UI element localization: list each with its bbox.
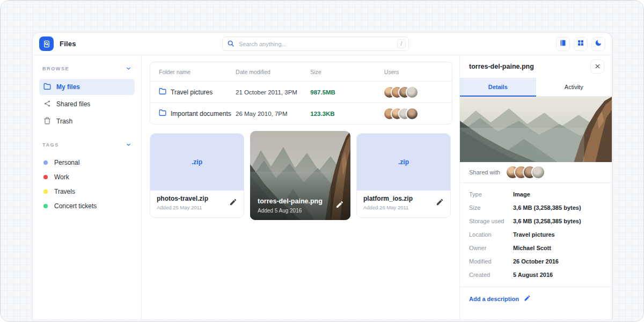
file-added-date: Added 25 May 2011 [157, 204, 237, 210]
folders-table: Folder name Date modified Size Users Tra… [150, 62, 452, 125]
folder-name: Travel pictures [171, 89, 213, 96]
app-header: Files / [33, 33, 612, 55]
pencil-icon [335, 202, 344, 210]
tag-label: Concert tickets [54, 202, 97, 210]
sidebar-item-label: Trash [56, 118, 72, 125]
date-modified: 21 October 2011, 3PM [236, 89, 310, 96]
tag-color-dot [43, 204, 48, 208]
date-modified: 26 May 2010, 7PM [236, 111, 310, 117]
detail-row-modified: Modified 26 October 2016 [469, 254, 603, 268]
browse-section-label: BROWSE [42, 66, 69, 71]
tag-color-dot [43, 189, 48, 194]
chevron-down-icon[interactable] [126, 140, 131, 150]
tag-label: Work [54, 173, 69, 181]
edit-button[interactable] [436, 198, 444, 208]
chevron-down-icon[interactable] [126, 64, 131, 74]
tab-activity[interactable]: Activity [536, 78, 612, 97]
details-panel: torres-del-paine.png Details Activity [459, 55, 612, 319]
main-content: Folder name Date modified Size Users Tra… [142, 55, 459, 319]
sidebar-item-my-files[interactable]: My files [39, 79, 135, 95]
journal-button[interactable] [556, 37, 570, 51]
folder-icon [43, 83, 51, 92]
desktop-background: Files / [0, 0, 644, 322]
tag-concert-tickets[interactable]: Concert tickets [39, 199, 135, 213]
close-icon [595, 63, 601, 71]
column-header-size: Size [310, 69, 384, 75]
panel-tabs: Details Activity [460, 78, 612, 97]
file-preview-image [460, 97, 612, 162]
detail-row-owner: Owner Michael Scott [469, 241, 603, 254]
shared-with-avatars [507, 166, 544, 178]
file-added-date: Added 26 May 2011 [363, 204, 444, 210]
tags-section-header[interactable]: TAGS [39, 139, 135, 151]
detail-row-storage-used: Storage used 3,6 MB (3,258,385 bytes) [469, 214, 603, 228]
zip-badge: .zip [398, 158, 409, 166]
app-logo-icon [39, 36, 54, 51]
sidebar-item-shared-files[interactable]: Shared files [39, 96, 135, 112]
zip-preview: .zip [150, 134, 244, 191]
grid-view-button[interactable] [574, 37, 588, 51]
tag-work[interactable]: Work [39, 170, 135, 184]
column-header-date-modified: Date modified [236, 69, 310, 75]
file-details-list: Type Image Size 3,6 MB (3,258,385 bytes)… [460, 183, 612, 287]
avatar [532, 166, 544, 178]
add-description-label: Add a description [469, 296, 519, 302]
file-card-photos-travel[interactable]: .zip photos-travel.zip Added 25 May 2011 [150, 133, 244, 218]
folder-size: 123.3KB [310, 111, 384, 117]
add-description-button[interactable]: Add a description [460, 287, 612, 310]
detail-row-created: Created 5 August 2016 [469, 268, 603, 281]
grid-view-icon [577, 39, 584, 48]
close-panel-button[interactable] [590, 60, 604, 74]
tag-personal[interactable]: Personal [39, 155, 135, 170]
browse-section-header[interactable]: BROWSE [39, 63, 135, 75]
sidebar-item-label: Shared files [56, 100, 90, 108]
file-added-date: Added 5 Aug 2016 [258, 208, 343, 214]
tab-details[interactable]: Details [460, 78, 536, 97]
share-icon [43, 100, 51, 109]
tag-label: Personal [54, 159, 79, 166]
shared-with-label: Shared with [469, 169, 500, 175]
folder-name: Important documents [171, 110, 231, 118]
journal-icon [559, 39, 567, 48]
dark-mode-button[interactable] [591, 37, 605, 51]
pencil-icon [436, 200, 444, 208]
table-header-row: Folder name Date modified Size Users [150, 62, 452, 81]
table-row-travel-pictures[interactable]: Travel pictures 21 October 2011, 3PM 987… [150, 81, 452, 103]
file-card-platform-ios[interactable]: .zip platform_ios.zip Added 26 May 2011 [356, 133, 451, 218]
tag-color-dot [43, 160, 48, 165]
dark-mode-icon [595, 39, 602, 48]
table-row-important-documents[interactable]: Important documents 26 May 2010, 7PM 123… [150, 103, 452, 124]
file-name: torres-del-paine.png [258, 197, 343, 205]
trash-icon [43, 117, 51, 126]
avatar [407, 108, 418, 119]
avatar [407, 87, 418, 98]
search-bar: / [222, 36, 409, 51]
folder-size: 987.5MB [310, 89, 384, 96]
tag-color-dot [43, 175, 48, 179]
file-cards: .zip photos-travel.zip Added 25 May 2011 [150, 131, 452, 220]
file-name: photos-travel.zip [157, 195, 237, 202]
search-input[interactable] [222, 36, 409, 51]
zip-preview: .zip [357, 134, 450, 191]
search-shortcut-badge: / [397, 39, 406, 48]
edit-button[interactable] [335, 200, 344, 210]
tags-section-label: TAGS [42, 142, 59, 148]
detail-row-size: Size 3,6 MB (3,258,385 bytes) [469, 201, 603, 214]
search-icon [227, 40, 235, 49]
sidebar-item-label: My files [56, 83, 80, 91]
app-title: Files [60, 40, 76, 48]
pencil-icon [229, 200, 237, 208]
user-avatars [384, 87, 452, 98]
file-card-torres-del-paine[interactable]: torres-del-paine.png Added 5 Aug 2016 [250, 131, 350, 220]
edit-button[interactable] [229, 198, 237, 208]
folder-icon [159, 87, 166, 97]
tag-travels[interactable]: Travels [39, 184, 135, 199]
column-header-folder-name: Folder name [159, 69, 236, 75]
tag-label: Travels [54, 188, 75, 195]
sidebar-item-trash[interactable]: Trash [39, 113, 135, 129]
files-app-window: Files / [32, 32, 612, 319]
header-actions [556, 37, 605, 51]
detail-row-location: Location Travel pictures [469, 228, 603, 241]
pencil-icon [524, 295, 531, 303]
sidebar: BROWSE My files Shared files [33, 55, 142, 319]
